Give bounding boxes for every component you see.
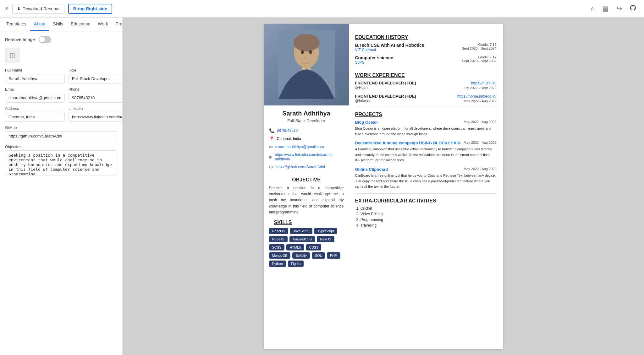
contact-github: ⚙ https://github.com/SarathAdhi [269, 164, 344, 169]
edu-school: SJPS [355, 60, 393, 65]
work-entry: FRONTEND DEVELOPER (FDE) @Hushl https://… [355, 81, 497, 90]
extra-entries: 1. Cricket2. Video Editing3. Programming… [355, 206, 497, 228]
address-input[interactable] [5, 112, 65, 122]
work-company: @Inkredo [355, 99, 416, 103]
svg-point-2 [293, 34, 320, 51]
extra-item: 1. Cricket [356, 206, 497, 211]
work-title: FRONTEND DEVELOPER (FDE) [355, 94, 416, 99]
resume-contact: 📞 9876543210 📍 Chennai, India ✉ s.sarath… [264, 123, 349, 173]
phone-icon: 📞 [269, 128, 274, 133]
home-icon[interactable]: ⌂ [591, 5, 595, 13]
objective-section-title: OBJECTIVE [287, 177, 326, 183]
edu-school: VIT Chennai [355, 48, 424, 52]
project-description: A Funding Campaign that uses blockchain … [355, 147, 497, 163]
role-label: Role [69, 68, 122, 73]
project-entry: Online Clipboard May 2022 - Aug 2022 Cli… [355, 167, 497, 190]
image-icon: 🖼 [10, 52, 15, 59]
tab-nav: Templates About Skills Education Work Pr… [0, 18, 122, 31]
full-name-input[interactable] [5, 74, 65, 83]
objective-group: Objective Seeking a position in a compet… [5, 145, 117, 175]
project-name: Blog Ocean [355, 120, 378, 125]
linkedin-icon: in [269, 154, 272, 159]
project-description: ClipBoard is a free online tool that hel… [355, 173, 497, 190]
edu-degree: Computer science [355, 55, 393, 60]
objective-textarea[interactable]: Seeking a position in a competitive envi… [5, 150, 117, 175]
close-button[interactable]: × [5, 5, 8, 12]
project-dates: May 2022 - Aug 2022 [464, 141, 497, 144]
projects-section-title: PROJECTS [355, 112, 497, 117]
skill-tags: ReactJSJavaScriptTypeScriptNodeJSTailwin… [269, 228, 344, 267]
tab-projects[interactable]: Projects [112, 18, 123, 31]
address-text: Chennai, India [277, 137, 301, 141]
github-contact-icon: ⚙ [269, 164, 273, 169]
skills-section: SKILLS ReactJSJavaScriptTypeScriptNodeJS… [264, 215, 349, 267]
phone-label: Phone [69, 87, 122, 92]
work-link[interactable]: https://hushl.in/ [471, 81, 497, 85]
skill-tag: JavaScript [290, 228, 312, 234]
full-name-group: Full Name [5, 68, 65, 83]
github-link[interactable]: https://github.com/SarathAdhi [276, 165, 325, 169]
skill-tag: NodeJS [269, 236, 288, 242]
tab-skills[interactable]: Skills [49, 18, 67, 31]
email-icon: ✉ [269, 144, 273, 149]
form-area: Remove Image 🖼 Full Name Role [0, 31, 122, 355]
svg-point-5 [309, 50, 312, 54]
work-entry: FRONTEND DEVELOPER (FDE) @Inkredo https:… [355, 94, 497, 103]
document-icon[interactable]: ▤ [602, 5, 609, 13]
email-phone-row: Email Phone ▲ ▼ [5, 87, 117, 103]
objective-row: Objective Seeking a position in a compet… [5, 145, 117, 175]
email-link[interactable]: s.sarathadhithya@gmail.com [275, 145, 324, 149]
linkedin-group: LinkedIn [69, 106, 122, 122]
github-icon[interactable] [630, 4, 636, 13]
work-dates: May 2022 - Aug 2022 [464, 99, 497, 103]
resume-left-column: Sarath Adhithya Full-Stack Developer 📞 9… [264, 24, 349, 349]
location-icon: 📍 [269, 136, 274, 141]
tab-education[interactable]: Education [67, 18, 94, 31]
extra-item: 4. Travelling [356, 223, 497, 228]
project-dates: May 2022 - Aug 2022 [464, 120, 497, 124]
remove-image-row: Remove Image [5, 36, 117, 43]
top-nav-icons: ⌂ ▤ ↪ [583, 0, 644, 18]
project-name: Decentralized funding campaign USING BLO… [355, 141, 461, 145]
toolbar: × ⬇ Download Resume Bring Right side [0, 0, 644, 18]
work-link[interactable]: https://home.inkredo.in/ [457, 94, 497, 99]
address-label: Address [5, 106, 65, 111]
full-name-label: Full Name [5, 68, 65, 73]
project-dates: May 2022 - Aug 2022 [464, 167, 497, 171]
image-upload-placeholder[interactable]: 🖼 [5, 48, 20, 63]
skill-tag: Solidity [292, 252, 310, 259]
github-group: GitHub [5, 126, 117, 141]
email-input[interactable] [5, 93, 65, 103]
linkedin-input[interactable] [69, 112, 122, 122]
contact-phone: 📞 9876543210 [269, 128, 344, 133]
github-label: GitHub [5, 126, 117, 130]
education-entries: B.Tech CSE with AI and Robotics VIT Chen… [355, 43, 497, 65]
resume-role: Full-Stack Developer [284, 118, 328, 123]
phone-input[interactable] [69, 93, 122, 103]
skill-tag: PHP [327, 252, 340, 259]
remove-image-toggle[interactable] [39, 36, 51, 43]
work-company: @Hushl [355, 85, 416, 90]
github-input[interactable] [5, 131, 117, 141]
skill-tag: SCSS [269, 244, 285, 250]
login-icon[interactable]: ↪ [616, 5, 622, 13]
phone-link[interactable]: 9876543210 [277, 128, 298, 133]
role-group: Role [69, 68, 122, 83]
download-resume-button[interactable]: ⬇ Download Resume [12, 4, 64, 13]
tab-about[interactable]: About [30, 18, 49, 31]
edu-meta: Grade: 7.17Sept 2020 - Sept 2024 [462, 43, 496, 50]
linkedin-label: LinkedIn [69, 106, 122, 111]
phone-group: Phone ▲ ▼ [69, 87, 122, 103]
tab-templates[interactable]: Templates [3, 18, 30, 31]
edu-degree: B.Tech CSE with AI and Robotics [355, 43, 424, 48]
tab-work[interactable]: Work [94, 18, 112, 31]
objective-label: Objective [5, 145, 117, 149]
skill-tag: HTML5 [286, 244, 304, 250]
bring-right-button[interactable]: Bring Right side [68, 4, 112, 14]
resume-card: Sarath Adhithya Full-Stack Developer 📞 9… [264, 24, 503, 349]
role-input[interactable] [69, 74, 122, 83]
skill-tag: Figma [288, 261, 304, 267]
linkedin-link[interactable]: https://www.linkedin.com/in/sarath-adhit… [275, 153, 344, 161]
project-description: Blog Ocean is an open platform for all d… [355, 126, 497, 137]
skill-tag: ReactJS [269, 228, 289, 234]
